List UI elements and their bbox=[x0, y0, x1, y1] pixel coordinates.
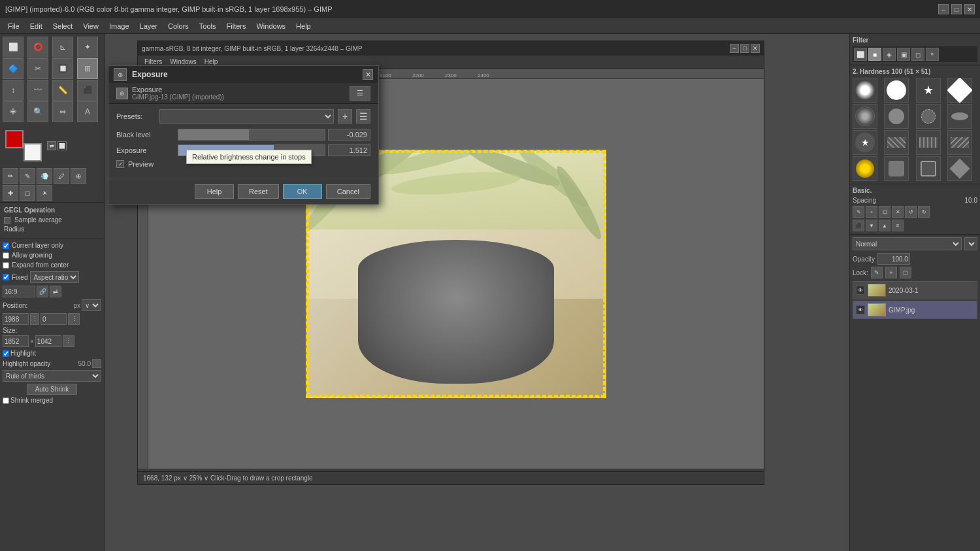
brush-item-12[interactable] bbox=[947, 130, 972, 155]
tool-measure[interactable]: 📏 bbox=[52, 80, 73, 101]
reset-button[interactable]: Reset bbox=[238, 184, 279, 199]
close-button[interactable]: ✕ bbox=[964, 4, 975, 14]
presets-add-button[interactable]: + bbox=[338, 109, 352, 124]
size-h-input[interactable] bbox=[35, 335, 61, 347]
layer-visibility-2[interactable]: 👁 bbox=[856, 305, 865, 314]
menu-windows[interactable]: Windows bbox=[251, 21, 291, 31]
auto-shrink-button[interactable]: Auto Shrink bbox=[27, 384, 78, 395]
size-spinner[interactable]: ⋮ bbox=[63, 335, 74, 347]
filter-btn-5[interactable]: ◻ bbox=[911, 48, 924, 61]
brush-ctrl-4[interactable]: ✕ bbox=[892, 206, 904, 218]
lock-position-button[interactable]: + bbox=[885, 267, 897, 278]
brush-ctrl-2[interactable]: + bbox=[866, 206, 877, 218]
brush-item-13[interactable] bbox=[853, 156, 877, 181]
brush-ctrl-6[interactable]: ↻ bbox=[918, 206, 930, 218]
position-y-spinner[interactable]: ⋮ bbox=[68, 313, 80, 325]
tool-pencil[interactable]: ✎ bbox=[20, 168, 35, 184]
expand-from-center-checkbox[interactable] bbox=[3, 262, 9, 269]
layer-visibility-1[interactable]: 👁 bbox=[856, 286, 865, 295]
tool-foreground-select[interactable]: 🔲 bbox=[52, 58, 73, 79]
exposure-value[interactable]: 1.512 bbox=[328, 144, 370, 156]
dialog-preset-menu-button[interactable]: ☰ bbox=[350, 86, 370, 101]
fixed-select[interactable]: Aspect ratio bbox=[30, 271, 79, 283]
position-unit-select[interactable]: ∨ bbox=[82, 299, 101, 311]
menu-filters[interactable]: Filters bbox=[221, 21, 252, 31]
dialog-close-button[interactable]: ✕ bbox=[363, 69, 373, 80]
black-level-value[interactable]: -0.029 bbox=[328, 129, 370, 141]
tool-select-rect[interactable]: ⬜ bbox=[3, 37, 24, 58]
tool-ink[interactable]: 🖊 bbox=[54, 168, 69, 184]
ok-button[interactable]: OK bbox=[283, 184, 322, 199]
presets-select[interactable] bbox=[159, 109, 334, 124]
brush-ctrl-3[interactable]: ⊡ bbox=[879, 206, 890, 218]
position-y-input[interactable] bbox=[41, 313, 67, 325]
tool-paint-brush[interactable]: ✏ bbox=[3, 168, 18, 184]
filter-btn-6[interactable]: ⌖ bbox=[926, 48, 939, 61]
tool-fuzzy-select[interactable]: ✦ bbox=[77, 37, 98, 58]
brush-item-4[interactable] bbox=[947, 78, 972, 103]
menu-image[interactable]: Image bbox=[104, 21, 135, 31]
layer-item-2[interactable]: 👁 GIMP.jpg bbox=[853, 301, 977, 319]
size-w-input[interactable] bbox=[3, 335, 29, 347]
preview-checkbox[interactable]: ✓ bbox=[116, 160, 124, 168]
menu-tools[interactable]: Tools bbox=[194, 21, 221, 31]
brush-ctrl-1[interactable]: ✎ bbox=[853, 206, 864, 218]
sample-average-checkbox[interactable] bbox=[4, 217, 10, 224]
position-x-input[interactable] bbox=[3, 313, 29, 325]
brush-item-10[interactable] bbox=[884, 130, 909, 155]
aspect-ratio-swap[interactable]: ⇄ bbox=[50, 286, 61, 297]
maximize-button[interactable]: □ bbox=[951, 4, 962, 14]
brush-ctrl-10[interactable]: ≡ bbox=[892, 220, 904, 231]
tool-select-color[interactable]: 🔷 bbox=[3, 58, 24, 79]
brush-item-6[interactable] bbox=[884, 104, 909, 129]
highlight-checkbox[interactable] bbox=[3, 350, 9, 357]
tool-heal[interactable]: ✚ bbox=[3, 185, 18, 201]
brush-ctrl-7[interactable]: ⬛ bbox=[853, 220, 864, 231]
filter-btn-4[interactable]: ▣ bbox=[897, 48, 910, 61]
tool-eraser[interactable]: ◻ bbox=[20, 185, 35, 201]
menu-colors[interactable]: Colors bbox=[163, 21, 194, 31]
tool-zoom[interactable]: 🔍 bbox=[27, 101, 48, 122]
filter-btn-2[interactable]: ■ bbox=[868, 48, 881, 61]
menu-help[interactable]: Help bbox=[291, 21, 316, 31]
brush-ctrl-8[interactable]: ▼ bbox=[866, 220, 877, 231]
tool-crop[interactable]: ⊞ bbox=[77, 58, 98, 79]
layer-mode-arrow[interactable]: ∨ bbox=[964, 237, 977, 250]
layer-mode-select[interactable]: Normal bbox=[853, 237, 962, 250]
aspect-ratio-link[interactable]: 🔗 bbox=[37, 286, 48, 297]
guide-select[interactable]: Rule of thirds bbox=[3, 370, 101, 382]
brush-item-11[interactable] bbox=[916, 130, 941, 155]
inner-close[interactable]: ✕ bbox=[751, 44, 760, 53]
brush-item-1[interactable] bbox=[853, 78, 877, 103]
layer-item-1[interactable]: 👁 2020-03-1 bbox=[853, 281, 977, 299]
black-level-slider[interactable] bbox=[178, 129, 325, 141]
tool-flip[interactable]: ⇔ bbox=[52, 101, 73, 122]
menu-select[interactable]: Select bbox=[48, 21, 78, 31]
tool-text[interactable]: A bbox=[77, 101, 98, 122]
brush-item-5[interactable] bbox=[853, 104, 877, 129]
filter-btn-1[interactable]: ⬜ bbox=[854, 48, 867, 61]
menu-edit[interactable]: Edit bbox=[25, 21, 48, 31]
brush-item-16[interactable] bbox=[947, 156, 972, 181]
aspect-ratio-input[interactable] bbox=[3, 286, 35, 297]
presets-menu-button[interactable]: ☰ bbox=[356, 109, 370, 124]
tool-transform[interactable]: ↕ bbox=[3, 80, 24, 101]
current-layer-checkbox[interactable] bbox=[3, 242, 9, 249]
foreground-color[interactable] bbox=[5, 130, 24, 148]
tool-dodge-burn[interactable]: ☀ bbox=[37, 185, 52, 201]
default-colors-button[interactable]: ⬜ bbox=[57, 141, 67, 150]
menu-file[interactable]: File bbox=[3, 21, 25, 31]
inner-maximize[interactable]: □ bbox=[740, 44, 749, 53]
exposure-slider[interactable] bbox=[178, 144, 325, 156]
brush-item-14[interactable] bbox=[884, 156, 909, 181]
allow-growing-checkbox[interactable] bbox=[3, 252, 9, 259]
tool-move[interactable]: ✙ bbox=[3, 101, 24, 122]
position-x-spinner[interactable]: ⋮ bbox=[30, 313, 39, 325]
background-color[interactable] bbox=[24, 143, 42, 161]
brush-item-3[interactable]: ★ bbox=[916, 78, 941, 103]
brush-ctrl-5[interactable]: ↺ bbox=[905, 206, 917, 218]
shrink-merged-checkbox[interactable] bbox=[3, 397, 9, 404]
tool-warp[interactable]: 〰 bbox=[27, 80, 48, 101]
tool-clone[interactable]: ⊕ bbox=[71, 168, 86, 184]
opacity-spinner[interactable]: ⋮ bbox=[92, 359, 101, 368]
